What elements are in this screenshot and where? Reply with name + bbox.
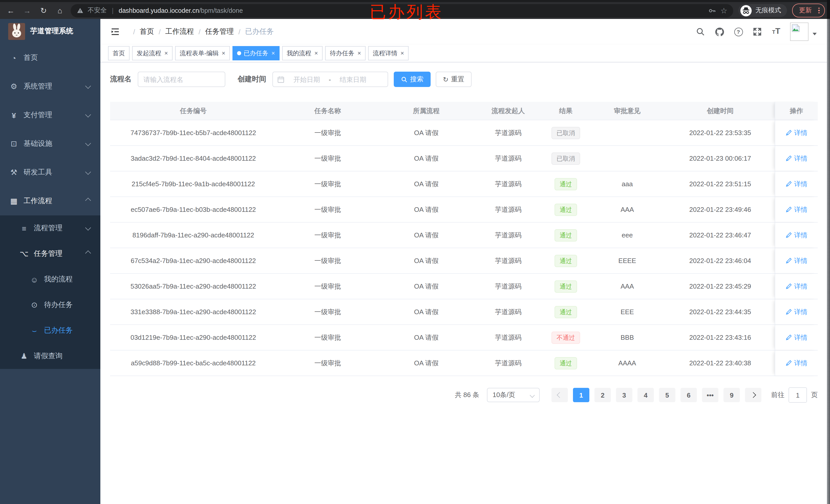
cell-created: 2022-01-22 23:49:46 bbox=[666, 197, 775, 222]
sidebar-menu-item[interactable]: 任务管理 bbox=[0, 241, 100, 267]
page-tab[interactable]: 待办任务 bbox=[325, 46, 365, 60]
page-number-button[interactable]: 3 bbox=[616, 388, 632, 402]
security-label[interactable]: 不安全 bbox=[88, 6, 107, 15]
bookmark-star-icon[interactable]: ☆ bbox=[721, 6, 727, 15]
close-icon[interactable] bbox=[222, 50, 225, 56]
sidebar-menu-item[interactable]: 研发工具 bbox=[0, 158, 100, 187]
end-date-input[interactable] bbox=[333, 75, 373, 83]
detail-button[interactable]: 详情 bbox=[786, 282, 807, 291]
sidebar-menu-item[interactable]: 首页 bbox=[0, 43, 100, 72]
next-page-button[interactable] bbox=[745, 388, 761, 402]
sidebar-menu-item[interactable]: 工作流程 bbox=[0, 187, 100, 215]
window-edge-scroll[interactable] bbox=[827, 19, 830, 504]
cell-process: OA 请假 bbox=[379, 299, 474, 325]
page-tab[interactable]: 流程详情 bbox=[368, 46, 409, 60]
url-text[interactable]: dashboard.yudao.iocoder.cn/bpm/task/done bbox=[119, 7, 243, 14]
process-name-input[interactable] bbox=[138, 72, 225, 87]
sidebar-menu-item[interactable]: 待办任务 bbox=[0, 292, 100, 318]
cell-task-id: 3adac3d2-7b9d-11ec-8404-acde48001122 bbox=[110, 146, 277, 171]
detail-label: 详情 bbox=[794, 231, 807, 240]
sidebar-menu-item[interactable]: 请假查询 bbox=[0, 343, 100, 369]
create-time-label: 创建时间 bbox=[237, 75, 266, 84]
page-number-button[interactable]: ••• bbox=[702, 388, 719, 402]
page-number-button[interactable]: 1 bbox=[573, 388, 589, 402]
breadcrumb-item[interactable]: / 工作流程 bbox=[154, 27, 194, 36]
breadcrumb-item[interactable]: / 已办任务 bbox=[234, 27, 274, 36]
close-icon[interactable] bbox=[314, 50, 318, 56]
close-icon[interactable] bbox=[401, 50, 404, 56]
detail-button[interactable]: 详情 bbox=[786, 359, 807, 368]
cell-opinion bbox=[589, 146, 666, 171]
browser-reload-icon[interactable]: ↻ bbox=[38, 6, 49, 15]
sidebar-collapse-icon[interactable] bbox=[110, 27, 120, 37]
cell-result: 不通过 bbox=[543, 325, 589, 350]
menu-item-icon bbox=[20, 351, 29, 361]
menu-item-icon bbox=[9, 168, 19, 177]
sidebar-menu-item[interactable]: 系统管理 bbox=[0, 72, 100, 101]
page-tab[interactable]: 发起流程 bbox=[132, 46, 172, 60]
menu-item-icon bbox=[30, 326, 39, 335]
browser-home-icon[interactable]: ⌂ bbox=[54, 6, 66, 15]
breadcrumb-item[interactable]: / 任务管理 bbox=[194, 27, 234, 36]
detail-button[interactable]: 详情 bbox=[786, 256, 807, 265]
calendar-icon bbox=[277, 75, 285, 83]
fullscreen-icon[interactable] bbox=[752, 27, 762, 37]
start-date-input[interactable] bbox=[287, 75, 327, 83]
detail-label: 详情 bbox=[794, 333, 807, 342]
sidebar-menu-item[interactable]: 已办任务 bbox=[0, 318, 100, 343]
page-number-button[interactable]: 9 bbox=[724, 388, 740, 402]
page-number-button[interactable]: 4 bbox=[637, 388, 654, 402]
help-icon[interactable] bbox=[733, 27, 743, 37]
cell-process: OA 请假 bbox=[379, 120, 474, 145]
key-icon[interactable] bbox=[708, 6, 716, 14]
page-number-button[interactable]: 5 bbox=[659, 388, 675, 402]
github-icon[interactable] bbox=[714, 27, 725, 37]
breadcrumb-item[interactable]: / 首页 bbox=[129, 27, 154, 36]
detail-button[interactable]: 详情 bbox=[786, 205, 807, 214]
user-avatar[interactable] bbox=[790, 23, 817, 41]
sidebar-logo[interactable]: 芋道管理系统 bbox=[0, 19, 100, 43]
browser-forward-icon[interactable]: → bbox=[22, 6, 33, 15]
sidebar-menu-item[interactable]: 基础设施 bbox=[0, 130, 100, 158]
cell-process: OA 请假 bbox=[379, 274, 474, 299]
sidebar-menu-item[interactable]: 支付管理 bbox=[0, 101, 100, 130]
page-number-button[interactable]: 2 bbox=[595, 388, 611, 402]
browser-update-button[interactable]: 更新 bbox=[792, 4, 825, 18]
detail-button[interactable]: 详情 bbox=[786, 231, 807, 240]
search-button[interactable]: 搜索 bbox=[394, 72, 430, 87]
font-size-icon[interactable] bbox=[771, 27, 781, 37]
incognito-label: 无痕模式 bbox=[756, 6, 781, 15]
avatar-caret-icon bbox=[812, 33, 817, 35]
detail-label: 详情 bbox=[794, 179, 807, 189]
date-range-picker[interactable]: - bbox=[273, 72, 388, 87]
browser-menu-icon[interactable] bbox=[817, 7, 821, 13]
prev-page-button[interactable] bbox=[551, 388, 568, 402]
page-tab[interactable]: 首页 bbox=[108, 46, 130, 60]
close-icon[interactable] bbox=[164, 50, 168, 56]
search-icon[interactable] bbox=[695, 27, 706, 37]
detail-button[interactable]: 详情 bbox=[786, 128, 807, 137]
cell-task-name: 一级审批 bbox=[277, 120, 379, 145]
browser-back-icon[interactable]: ← bbox=[5, 6, 17, 15]
jump-page-input[interactable] bbox=[789, 387, 807, 403]
cell-starter: 芋道源码 bbox=[474, 120, 543, 145]
address-bar[interactable]: 不安全 | dashboard.yudao.iocoder.cn/bpm/tas… bbox=[71, 4, 733, 17]
breadcrumb-label: 已办任务 bbox=[245, 27, 274, 36]
detail-button[interactable]: 详情 bbox=[786, 154, 807, 163]
sidebar-menu-item[interactable]: 我的流程 bbox=[0, 267, 100, 292]
sidebar-menu-item[interactable]: 流程管理 bbox=[0, 215, 100, 241]
page-tab[interactable]: 已办任务 bbox=[232, 46, 280, 60]
table-row: 53026aa5-7b9a-11ec-a290-acde48001122 一级审… bbox=[110, 274, 818, 299]
detail-button[interactable]: 详情 bbox=[786, 307, 807, 316]
cell-actions: 详情 bbox=[775, 197, 818, 222]
close-icon[interactable] bbox=[357, 50, 361, 56]
reset-button[interactable]: 重置 bbox=[436, 72, 472, 87]
page-tab[interactable]: 流程表单-编辑 bbox=[175, 46, 230, 60]
close-icon[interactable] bbox=[272, 50, 275, 56]
page-size-select[interactable]: 10条/页 bbox=[487, 388, 540, 402]
detail-button[interactable]: 详情 bbox=[786, 179, 807, 189]
cell-result: 通过 bbox=[543, 274, 589, 299]
page-tab[interactable]: 我的流程 bbox=[282, 46, 323, 60]
page-number-button[interactable]: 6 bbox=[680, 388, 697, 402]
detail-button[interactable]: 详情 bbox=[786, 333, 807, 342]
